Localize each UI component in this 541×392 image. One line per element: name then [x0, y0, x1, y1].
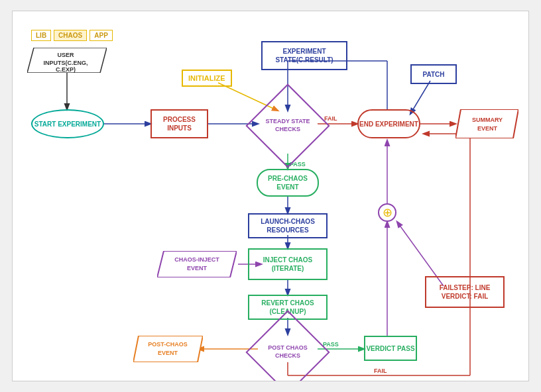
svg-text:FAIL: FAIL — [374, 368, 387, 374]
svg-text:EVENT: EVENT — [477, 125, 498, 132]
user-inputs-box: USER INPUTS(C.ENG, C.EXP) — [27, 48, 107, 75]
process-inputs-node: PROCESS INPUTS — [150, 109, 208, 138]
inject-chaos-node: INJECT CHAOS (ITERATE) — [248, 248, 328, 280]
svg-text:EVENT: EVENT — [158, 350, 178, 356]
tag-app: APP — [90, 30, 113, 41]
svg-text:POST-CHAOS: POST-CHAOS — [148, 341, 188, 348]
start-experiment-node: START EXPERIMENT — [31, 109, 104, 138]
svg-marker-36 — [157, 251, 237, 277]
verdict-pass-node: VERDICT PASS — [364, 336, 417, 361]
steady-state-checks-node: STEADY STATE CHECKS — [258, 96, 318, 156]
svg-text:SUMMARY: SUMMARY — [472, 117, 503, 123]
tag-lib: LIB — [31, 30, 51, 41]
svg-text:USER: USER — [57, 52, 74, 58]
experiment-state-node: EXPERIMENT STATE(C.RESULT) — [261, 41, 347, 70]
svg-text:CHAOS-INJECT: CHAOS-INJECT — [174, 256, 219, 263]
svg-marker-39 — [133, 336, 203, 362]
post-chaos-checks-node: POST CHAOS CHECKS — [258, 322, 318, 381]
svg-text:FAIL: FAIL — [324, 115, 337, 122]
svg-text:INPUTS(C.ENG,: INPUTS(C.ENG, — [43, 60, 88, 66]
post-chaos-event-node: POST-CHAOS EVENT — [133, 336, 203, 365]
tag-group: LIB CHAOS APP — [31, 30, 113, 41]
tag-chaos: CHAOS — [54, 30, 87, 41]
failstep-node: FAILSTEP: LINE VERDICT: FAIL — [425, 276, 505, 308]
svg-marker-33 — [455, 109, 518, 138]
svg-line-22 — [410, 81, 430, 114]
svg-text:PASS: PASS — [323, 341, 339, 348]
launch-chaos-node: LAUNCH-CHAOS RESOURCES — [248, 213, 328, 238]
initialize-node: INITIALIZE — [182, 70, 232, 87]
svg-text:C.EXP): C.EXP) — [56, 66, 76, 73]
chaos-inject-event-node: CHAOS-INJECT EVENT — [157, 251, 237, 280]
summary-event-node: SUMMARY EVENT — [455, 109, 518, 141]
end-experiment-node: END EXPERIMENT — [357, 109, 420, 138]
pre-chaos-event-node: PRE-CHAOS EVENT — [257, 169, 319, 197]
diagram-container: FAIL PASS PASS — [12, 11, 529, 381]
patch-node: PATCH — [410, 64, 457, 84]
circle-plus-symbol: ⊕ — [378, 203, 396, 222]
svg-text:EVENT: EVENT — [187, 265, 208, 271]
